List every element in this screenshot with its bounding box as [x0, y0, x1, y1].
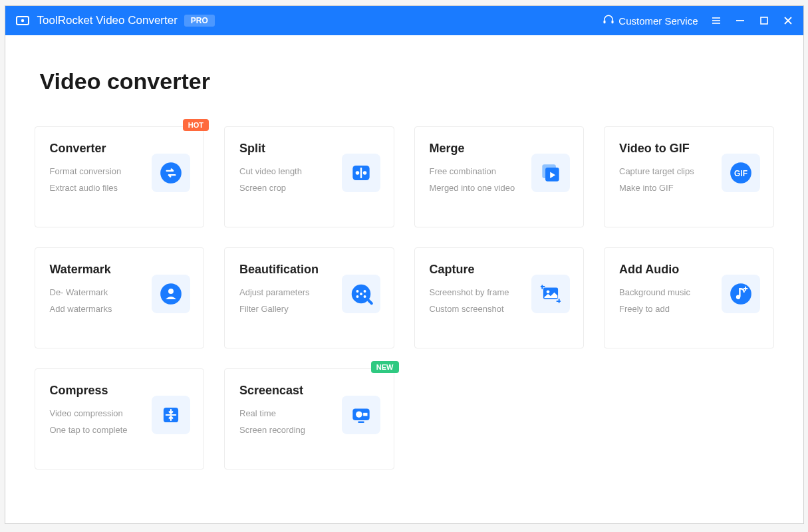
pro-badge: PRO	[184, 15, 215, 27]
audio-icon	[722, 275, 760, 313]
card-title: Watermark	[50, 263, 152, 277]
watermark-icon	[152, 275, 190, 313]
merge-icon	[531, 154, 570, 192]
svg-point-30	[547, 290, 550, 293]
compress-icon	[152, 396, 190, 434]
card-title: Split	[239, 142, 342, 156]
card-line-1: Real time	[239, 408, 342, 418]
card-line-1: Cut video length	[239, 166, 342, 176]
card-title: Video to GIF	[619, 142, 722, 156]
card-text: CaptureScreenshot by frameCustom screens…	[430, 263, 532, 321]
feature-card-capture[interactable]: CaptureScreenshot by frameCustom screens…	[414, 247, 585, 348]
customer-service-label: Customer Service	[618, 15, 698, 27]
window-controls	[710, 15, 794, 27]
feature-card-converter[interactable]: HOTConverterFormat conversionExtract aud…	[35, 126, 205, 227]
card-text: MergeFree combinationMerged into one vid…	[430, 142, 532, 200]
card-line-2: Screen crop	[239, 183, 342, 193]
svg-point-14	[355, 171, 359, 175]
card-line-1: Adjust parameters	[239, 287, 342, 297]
card-line-2: Make into GIF	[619, 183, 722, 193]
feature-card-beautification[interactable]: BeautificationAdjust parametersFilter Ga…	[224, 247, 394, 348]
split-icon	[342, 154, 380, 192]
headset-icon	[603, 14, 614, 28]
card-text: ScreencastReal timeScreen recording	[239, 384, 342, 442]
feature-card-add-audio[interactable]: Add AudioBackground musicFreely to add	[604, 247, 774, 348]
app-title: ToolRocket Video Converter	[37, 14, 178, 27]
card-title: Merge	[430, 142, 532, 156]
card-text: ConverterFormat conversionExtract audio …	[50, 142, 152, 200]
card-text: SplitCut video lengthScreen crop	[239, 142, 342, 200]
svg-point-32	[736, 295, 740, 299]
svg-rect-3	[612, 20, 614, 23]
feature-card-watermark[interactable]: WatermarkDe- WatermarkAdd watermarks	[35, 247, 205, 348]
card-text: WatermarkDe- WatermarkAdd watermarks	[50, 263, 152, 321]
svg-point-26	[356, 295, 358, 298]
card-title: Beautification	[239, 263, 342, 277]
card-line-1: Free combination	[430, 166, 532, 176]
card-line-2: Freely to add	[619, 304, 722, 314]
card-line-1: De- Watermark	[50, 287, 152, 297]
screencast-icon	[342, 396, 380, 434]
card-line-1: Screenshot by frame	[430, 287, 532, 297]
card-text: BeautificationAdjust parametersFilter Ga…	[239, 263, 342, 321]
card-line-1: Background music	[619, 287, 722, 297]
svg-point-27	[363, 295, 366, 298]
feature-card-compress[interactable]: CompressVideo compressionOne tap to comp…	[35, 368, 205, 469]
svg-point-31	[730, 283, 751, 305]
card-title: Capture	[430, 263, 532, 277]
menu-button[interactable]	[710, 15, 722, 27]
svg-point-24	[356, 290, 358, 293]
close-button[interactable]	[782, 15, 794, 27]
feature-card-merge[interactable]: MergeFree combinationMerged into one vid…	[414, 126, 585, 227]
titlebar: ToolRocket Video Converter PRO Customer …	[5, 6, 803, 35]
svg-point-15	[362, 171, 366, 175]
card-text: CompressVideo compressionOne tap to comp…	[50, 384, 152, 442]
capture-icon	[531, 275, 570, 313]
app-logo-icon	[15, 13, 31, 29]
feature-grid: HOTConverterFormat conversionExtract aud…	[35, 126, 774, 469]
minimize-button[interactable]	[734, 15, 746, 27]
card-line-2: Extract audio files	[50, 183, 152, 193]
card-line-2: Merged into one video	[430, 183, 532, 193]
card-line-2: One tap to complete	[50, 425, 152, 435]
beautification-icon	[342, 275, 380, 313]
svg-rect-8	[761, 17, 767, 24]
card-line-1: Video compression	[50, 408, 152, 418]
svg-point-11	[160, 162, 182, 184]
card-text: Video to GIFCapture target clipsMake int…	[619, 142, 722, 200]
card-title: Compress	[50, 384, 152, 398]
card-line-2: Custom screenshot	[430, 304, 532, 314]
svg-point-25	[363, 290, 366, 293]
svg-point-36	[356, 411, 362, 418]
gif-icon: GIF	[722, 154, 760, 192]
card-title: Converter	[50, 142, 152, 156]
page-title: Video converter	[40, 68, 774, 94]
app-window: ToolRocket Video Converter PRO Customer …	[5, 5, 804, 524]
maximize-button[interactable]	[758, 15, 770, 27]
hot-badge: HOT	[183, 119, 209, 131]
feature-card-split[interactable]: SplitCut video lengthScreen crop	[224, 126, 394, 227]
card-line-2: Filter Gallery	[239, 304, 342, 314]
new-badge: NEW	[371, 361, 399, 373]
card-line-2: Add watermarks	[50, 304, 152, 314]
svg-point-1	[21, 19, 23, 22]
svg-rect-2	[604, 20, 606, 23]
svg-point-22	[168, 289, 174, 294]
svg-rect-37	[363, 413, 367, 416]
feature-card-video-to-gif[interactable]: Video to GIFCapture target clipsMake int…	[604, 126, 774, 227]
card-text: Add AudioBackground musicFreely to add	[619, 263, 722, 321]
card-line-1: Capture target clips	[619, 166, 722, 176]
content-area: Video converter HOTConverterFormat conve…	[5, 35, 803, 523]
card-title: Screencast	[239, 384, 342, 398]
svg-rect-38	[358, 422, 364, 423]
feature-card-screencast[interactable]: NEWScreencastReal timeScreen recording	[224, 368, 394, 469]
card-line-1: Format conversion	[50, 166, 152, 176]
card-line-2: Screen recording	[239, 425, 342, 435]
customer-service-button[interactable]: Customer Service	[603, 14, 698, 28]
converter-icon	[152, 154, 190, 192]
svg-text:GIF: GIF	[734, 169, 747, 178]
card-title: Add Audio	[619, 263, 722, 277]
svg-point-28	[360, 293, 362, 295]
